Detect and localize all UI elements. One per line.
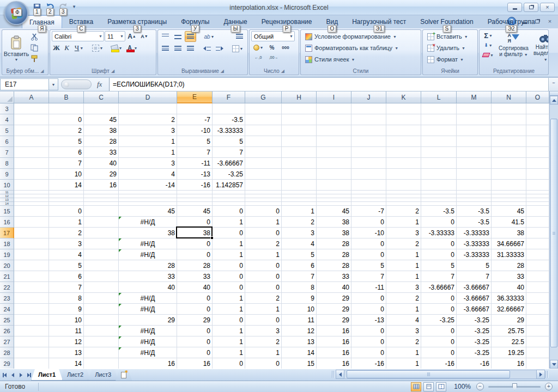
cell-N22[interactable]: 40	[492, 282, 526, 293]
cell-I4[interactable]	[317, 114, 351, 125]
cell-B17[interactable]: 2	[49, 228, 84, 238]
cell-L18[interactable]: 0	[421, 238, 457, 249]
row-header-8[interactable]: 8	[0, 158, 14, 169]
cell-M17[interactable]: -3.33333	[457, 228, 492, 238]
row-header-13[interactable]: 13	[0, 198, 14, 202]
row-header-25[interactable]: 25	[0, 315, 14, 326]
cell-D17[interactable]: 38	[119, 228, 177, 238]
cell-H17[interactable]: 3	[282, 228, 317, 238]
sheet-tab-sheet3[interactable]: Лист3	[88, 369, 118, 381]
cell-J23[interactable]: 0	[351, 293, 386, 304]
cell-I7[interactable]	[317, 147, 351, 158]
zoom-in-button[interactable]: +	[545, 383, 553, 390]
cell-B27[interactable]: 12	[49, 336, 84, 347]
cell-N28[interactable]: 19.25	[492, 347, 526, 358]
cell-G12[interactable]	[245, 194, 282, 198]
cell-G26[interactable]: 3	[245, 326, 282, 336]
cell-E8[interactable]: -11	[177, 158, 213, 169]
cell-J6[interactable]	[351, 136, 386, 147]
cell-C25[interactable]	[84, 315, 119, 326]
row-header-26[interactable]: 26	[0, 326, 14, 336]
cell-E20[interactable]: 28	[177, 260, 213, 271]
cell-O27[interactable]	[526, 336, 549, 347]
sort-filter-button[interactable]: АЯ Сортировкаи фильтр ▼	[497, 31, 530, 66]
normal-view-button[interactable]	[411, 382, 421, 391]
redo-button[interactable]: 3	[58, 2, 69, 11]
cell-F16[interactable]: 1	[213, 217, 245, 228]
insert-cells-button[interactable]: +Вставить▼	[424, 31, 471, 42]
col-header-F[interactable]: F	[213, 91, 245, 103]
align-left-button[interactable]	[160, 43, 171, 54]
cell-L21[interactable]: 7	[421, 271, 457, 282]
cell-K9[interactable]	[386, 169, 421, 180]
cell-A17[interactable]	[14, 228, 49, 238]
cell-H28[interactable]: 14	[282, 347, 317, 358]
cell-A13[interactable]	[14, 198, 49, 202]
cell-J26[interactable]: 0	[351, 326, 386, 336]
cell-F21[interactable]: 0	[213, 271, 245, 282]
col-header-L[interactable]: L	[421, 91, 457, 103]
close-button[interactable]: ×	[540, 3, 555, 12]
vertical-scroll-thumb[interactable]	[550, 119, 557, 347]
cell-H8[interactable]	[282, 158, 317, 169]
cell-O15[interactable]	[526, 206, 549, 217]
cell-G14[interactable]	[245, 202, 282, 206]
cell-K29[interactable]: 1	[386, 358, 421, 369]
cell-O24[interactable]	[526, 304, 549, 315]
tab-workgroup[interactable]: Рабочая группаЭ2	[481, 15, 542, 28]
prev-sheet-button[interactable]	[9, 371, 16, 379]
cell-G19[interactable]: 1	[245, 249, 282, 260]
cell-J19[interactable]: 0	[351, 249, 386, 260]
cell-O26[interactable]	[526, 326, 549, 336]
align-bottom-button[interactable]	[185, 31, 196, 42]
cell-L9[interactable]	[421, 169, 457, 180]
cell-O19[interactable]	[526, 249, 549, 260]
cell-F27[interactable]: 1	[213, 336, 245, 347]
cell-M5[interactable]	[457, 125, 492, 136]
cell-O5[interactable]	[526, 125, 549, 136]
cell-H11[interactable]	[282, 191, 317, 194]
cell-B15[interactable]: 0	[49, 206, 84, 217]
orientation-button[interactable]: ab▼	[201, 31, 217, 42]
cell-M11[interactable]	[457, 191, 492, 194]
cell-G27[interactable]: 2	[245, 336, 282, 347]
name-box-dropdown[interactable]: ▼	[49, 78, 58, 90]
clear-button[interactable]: ▼	[481, 51, 495, 59]
cell-H4[interactable]	[282, 114, 317, 125]
cell-O4[interactable]	[526, 114, 549, 125]
cell-E21[interactable]: 33	[177, 271, 213, 282]
cell-K13[interactable]	[386, 198, 421, 202]
format-as-table-button[interactable]: Форматировать как таблицу▼	[302, 42, 401, 53]
cell-I16[interactable]: 38	[317, 217, 351, 228]
cell-J29[interactable]: -16	[351, 358, 386, 369]
cell-C7[interactable]: 33	[84, 147, 119, 158]
cell-B3[interactable]	[49, 103, 84, 114]
cell-F15[interactable]: 0	[213, 206, 245, 217]
zoom-slider[interactable]	[488, 386, 541, 388]
cell-I8[interactable]	[317, 158, 351, 169]
cell-F29[interactable]: 0	[213, 358, 245, 369]
cell-D25[interactable]: 29	[119, 315, 177, 326]
cell-K27[interactable]: 2	[386, 336, 421, 347]
cell-N8[interactable]	[492, 158, 526, 169]
cell-O18[interactable]	[526, 238, 549, 249]
cell-B26[interactable]: 11	[49, 326, 84, 336]
cell-J21[interactable]: 7	[351, 271, 386, 282]
cell-F23[interactable]: 1	[213, 293, 245, 304]
col-header-K[interactable]: K	[386, 91, 421, 103]
bold-button[interactable]: Ж	[52, 42, 61, 53]
cell-L20[interactable]: 5	[421, 260, 457, 271]
col-header-N[interactable]: N	[492, 91, 526, 103]
copy-button[interactable]	[29, 43, 40, 53]
cell-A27[interactable]	[14, 336, 49, 347]
cell-H10[interactable]	[282, 180, 317, 191]
cell-K15[interactable]: 2	[386, 206, 421, 217]
cell-G21[interactable]: 0	[245, 271, 282, 282]
row-header-21[interactable]: 21	[0, 271, 14, 282]
cell-A24[interactable]	[14, 304, 49, 315]
fill-color-button[interactable]: ▼	[110, 42, 124, 53]
cell-H15[interactable]: 1	[282, 206, 317, 217]
cell-I27[interactable]: 16	[317, 336, 351, 347]
cell-O10[interactable]	[526, 180, 549, 191]
cell-D5[interactable]: 3	[119, 125, 177, 136]
